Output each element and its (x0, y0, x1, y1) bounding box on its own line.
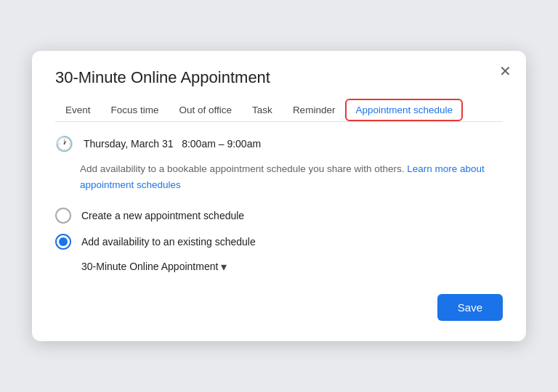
time-date: Thursday, March 31 8:00am – 9:00am (84, 138, 261, 150)
radio-inner-dot (59, 237, 68, 246)
tab-task[interactable]: Task (242, 99, 283, 121)
add-existing-option[interactable]: Add availability to an existing schedule (55, 234, 503, 250)
schedule-dropdown-label: 30-Minute Online Appointment (81, 261, 218, 272)
tab-appointment-schedule[interactable]: Appointment schedule (345, 99, 463, 121)
time-row: 🕐 Thursday, March 31 8:00am – 9:00am (55, 135, 503, 152)
add-existing-label: Add availability to an existing schedule (81, 236, 256, 248)
dialog-footer: Save (55, 294, 503, 321)
create-new-option[interactable]: Create a new appointment schedule (55, 208, 503, 224)
schedule-dropdown[interactable]: 30-Minute Online Appointment ▾ (81, 260, 227, 274)
schedule-dropdown-row: 30-Minute Online Appointment ▾ (81, 260, 503, 274)
tab-focus-time[interactable]: Focus time (101, 99, 169, 121)
tab-event[interactable]: Event (55, 99, 101, 121)
create-new-label: Create a new appointment schedule (81, 210, 244, 221)
dropdown-arrow-icon: ▾ (221, 260, 227, 274)
create-new-radio[interactable] (55, 208, 71, 224)
tab-reminder[interactable]: Reminder (283, 99, 346, 121)
add-existing-radio[interactable] (55, 234, 71, 250)
description-text: Add availability to a bookable appointme… (80, 161, 503, 192)
dialog: ✕ 30-Minute Online Appointment Event Foc… (32, 51, 526, 340)
tab-out-of-office[interactable]: Out of office (169, 99, 243, 121)
dialog-title: 30-Minute Online Appointment (55, 68, 503, 87)
tabs-bar: Event Focus time Out of office Task Remi… (55, 99, 503, 122)
clock-icon: 🕐 (55, 135, 73, 152)
close-button[interactable]: ✕ (496, 61, 514, 81)
save-button[interactable]: Save (437, 294, 503, 321)
